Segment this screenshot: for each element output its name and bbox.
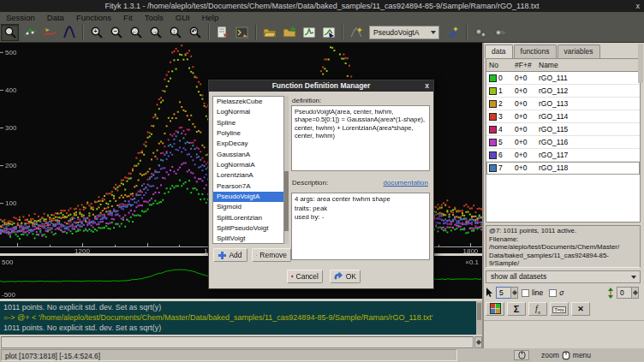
add-function-button[interactable] (444, 24, 462, 41)
data-shift-spinner[interactable]: 0 (617, 287, 632, 299)
data-transform-button[interactable]: T=m (550, 302, 569, 316)
table-row[interactable]: 10+0rGO_112 (486, 85, 640, 98)
command-history-spinner[interactable] (474, 336, 482, 348)
remove-function-type-button[interactable]: Remove (252, 248, 291, 262)
function-type-item[interactable]: LogNormalA (213, 160, 283, 170)
dialog-title-bar[interactable]: Function Definition Manager x (209, 80, 433, 92)
menu-session[interactable]: Session (0, 12, 41, 23)
output-console[interactable]: 1011 points. No explicit std. dev. Set a… (0, 301, 482, 335)
title-bar[interactable]: Fityk 1.3.1 - /home/aleplo/test/Document… (0, 0, 644, 12)
function-list-scrollbar[interactable] (284, 96, 289, 244)
zoom-left-button[interactable]: ← (127, 24, 145, 41)
add-peak-mode-button[interactable] (60, 24, 78, 41)
info-scrollbar[interactable] (638, 44, 643, 83)
zoom-out-button[interactable]: − (107, 24, 125, 41)
dataset-color-swatch[interactable] (489, 164, 497, 172)
dataset-color-swatch[interactable] (489, 87, 497, 95)
cancel-icon (291, 272, 294, 281)
mouse-hint-button[interactable] (514, 350, 529, 360)
function-definitions-button[interactable] (471, 24, 489, 41)
function-type-select[interactable]: PseudoVoigtA (369, 26, 439, 39)
close-window-button[interactable]: x (636, 0, 641, 12)
point-size-arrows[interactable] (510, 287, 518, 299)
data-range-mode-button[interactable] (21, 24, 39, 41)
table-header-row: No#F+#Name (486, 59, 640, 72)
function-type-item[interactable]: LogNormal (213, 107, 283, 117)
data-full-view-button[interactable] (300, 24, 318, 41)
dataset-color-swatch[interactable] (489, 126, 497, 134)
sigma-checkbox-label: σ (559, 288, 564, 297)
function-type-item[interactable]: LorentzianA (213, 170, 283, 181)
dataset-filter-dropdown[interactable]: show all datasets (486, 270, 641, 283)
function-type-item[interactable]: Spline (213, 118, 283, 128)
function-type-item[interactable]: Pearson7A (213, 181, 283, 192)
menu-help[interactable]: Help (196, 12, 225, 23)
dataset-color-swatch[interactable] (489, 139, 497, 146)
function-type-list[interactable]: PielaszekCubeLogNormalSplinePolylineExpD… (212, 96, 284, 244)
data-edit-button[interactable] (319, 24, 337, 41)
sum-button[interactable]: Σ (507, 302, 526, 316)
function-type-item[interactable]: PseudoVoigtA (213, 192, 283, 202)
fit-run-button[interactable] (491, 24, 509, 41)
chart-edit-icon (322, 26, 336, 39)
load-data-button[interactable] (260, 24, 278, 41)
tab-data[interactable]: data (485, 45, 513, 58)
function-type-item[interactable]: Polyline (213, 128, 283, 139)
table-row[interactable]: 40+0rGO_115 (486, 123, 640, 136)
data-shift-arrows[interactable] (631, 287, 639, 299)
delete-dataset-button[interactable]: ✕ (571, 302, 590, 316)
function-type-item[interactable]: ExpDecay (213, 139, 283, 149)
dataset-color-swatch[interactable] (489, 100, 497, 108)
zoom-right-button[interactable]: → (146, 24, 164, 41)
line-checkbox[interactable] (522, 289, 529, 297)
table-row[interactable]: 20+0rGO_113 (486, 98, 640, 110)
add-function-type-button[interactable]: Add (213, 248, 247, 262)
console-scrollbar[interactable] (476, 301, 482, 335)
function-type-item[interactable]: SplitPseudoVoigt (213, 223, 283, 234)
table-row[interactable]: 50+0rGO_116 (486, 136, 640, 149)
command-input[interactable] (1, 336, 474, 348)
tab-variables[interactable]: variables (558, 45, 600, 58)
cancel-button[interactable]: Cancel (287, 270, 323, 283)
menu-tools[interactable]: Tools (139, 12, 170, 23)
function-type-item[interactable]: Sigmoid (213, 202, 283, 212)
zoom-in-button[interactable]: + (87, 24, 105, 41)
table-row[interactable]: 60+0rGO_117 (486, 149, 640, 162)
point-size-spinner[interactable]: 5 (496, 287, 511, 299)
dataset-info-box[interactable]: @7: 1011 points, 1011 active. Filename: … (486, 225, 641, 268)
ok-button[interactable]: OK (330, 270, 361, 283)
zoom-vertical-button[interactable]: ↕ (166, 24, 184, 41)
function-type-item[interactable]: PielaszekCube (213, 97, 283, 107)
dataset-color-swatch[interactable] (489, 151, 497, 159)
zoom-mode-button[interactable] (1, 24, 19, 41)
sidebar-buttons: ΣfnT=m✕ (486, 302, 590, 317)
menu-fit[interactable]: Fit (117, 12, 139, 23)
documentation-link[interactable]: documentation (384, 179, 428, 187)
chart-box-icon (302, 26, 316, 39)
toolbar-separator (82, 25, 83, 40)
function-type-item[interactable]: SplitLorentzian (213, 213, 283, 223)
functions-list-button[interactable]: fn (528, 302, 547, 316)
dataset-colors-button[interactable] (486, 302, 504, 316)
table-row[interactable]: 30+0rGO_114 (486, 110, 640, 123)
menu-data[interactable]: Data (41, 12, 70, 23)
table-row[interactable]: 00+0rGO_111 (486, 72, 640, 85)
menu-gui[interactable]: GUI (170, 12, 196, 23)
dataset-table[interactable]: No#F+#Name00+0rGO_11110+0rGO_11220+0rGO_… (486, 58, 641, 223)
dialog-close-button[interactable]: x (425, 80, 429, 92)
dataset-color-swatch[interactable] (489, 74, 497, 82)
function-type-item[interactable]: SplitVoigt (213, 234, 283, 244)
output-console-button[interactable] (233, 24, 251, 41)
tab-functions[interactable]: functions (514, 45, 557, 58)
zoom-previous-button[interactable]: ↶ (186, 24, 204, 41)
auto-add-peak-button[interactable] (347, 24, 365, 41)
function-type-item[interactable]: GaussianA (213, 150, 283, 160)
edit-script-button[interactable] (213, 24, 231, 41)
table-row[interactable]: 70+0rGO_118 (486, 162, 640, 175)
definition-textarea[interactable]: PseudoVoigtA(area, center, hwhm, shape=0… (291, 105, 430, 171)
sigma-checkbox[interactable] (549, 289, 557, 297)
menu-functions[interactable]: Functions (70, 12, 117, 23)
background-mode-button[interactable] (40, 24, 58, 41)
append-data-button[interactable] (280, 24, 298, 41)
dataset-color-swatch[interactable] (489, 113, 497, 121)
